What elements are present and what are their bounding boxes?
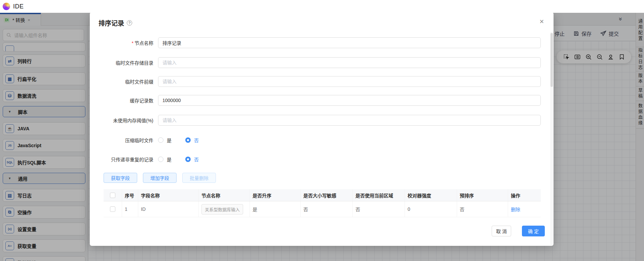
field-unique-only: 只传递非重复的记录 是 否 [104,156,541,163]
col-field-name: 字段名称 [138,189,199,201]
ide-screen: 停止 保存 提交 DI * 转换 × » [0,0,644,261]
radio-no-selected[interactable] [185,157,191,162]
scrollbar-thumb[interactable] [551,33,553,87]
radio-yes[interactable] [158,137,163,143]
field-memory-threshold: 未使用内存阈值(%) [104,115,541,126]
help-icon[interactable]: ? [127,20,132,26]
field-compress-temp: 压缩临时文件 是 否 [104,136,541,144]
table-header-row: 序号 字段名称 节点名称 是否升序 是否大小写敏感 是否使用当前区域 校对器强度… [104,189,541,201]
node-name-input[interactable] [158,37,541,48]
cell-collator-strength[interactable]: 0 [405,201,457,217]
row-checkbox[interactable] [110,206,115,212]
cell-case-sensitive[interactable]: 否 [301,201,353,217]
temp-dir-input[interactable] [158,57,541,68]
dialog-footer: 取 消 确 定 [492,226,545,236]
delete-link[interactable]: 删除 [511,206,520,213]
col-seq: 序号 [122,189,138,201]
select-all-checkbox[interactable] [110,193,115,198]
modal-scrollbar[interactable] [550,32,553,246]
col-use-locale: 是否使用当前区域 [353,189,405,201]
ok-button[interactable]: 确 定 [522,226,545,236]
cell-presorted[interactable]: 否 [457,201,508,217]
col-presorted: 预排序 [457,189,508,201]
batch-delete-button[interactable]: 批量删除 [182,173,216,183]
field-node-name: *节点名称 [104,37,541,48]
col-ascending: 是否升序 [250,189,301,201]
field-actions: 获取字段 增加字段 批量删除 [104,173,216,183]
required-star: * [132,40,134,46]
col-case-sensitive: 是否大小写敏感 [301,189,353,201]
col-node-name: 节点名称 [199,189,250,201]
col-collator-strength: 校对器强度 [405,189,457,201]
dialog-title: 排序记录 ? [99,18,132,27]
add-field-button[interactable]: 增加字段 [143,173,177,183]
app-logo-icon [3,3,10,10]
temp-prefix-input[interactable] [158,76,541,87]
cell-field-name: ID [138,201,199,217]
cache-count-input[interactable] [158,95,541,106]
cell-ascending[interactable]: 是 [250,201,301,217]
col-action: 操作 [508,189,541,201]
sort-records-dialog: 排序记录 ? ✕ *节点名称 临时文件存储目录 临时文件前缀 缓存记录数 未使用… [90,12,554,246]
node-source-tag[interactable]: 关系型数据库输入 [201,204,243,215]
cancel-button[interactable]: 取 消 [492,226,511,236]
field-temp-prefix: 临时文件前缀 [104,76,541,87]
fetch-fields-button[interactable]: 获取字段 [104,173,137,183]
cell-seq: 1 [122,201,138,217]
cell-use-locale[interactable]: 否 [353,201,405,217]
radio-no-selected[interactable] [185,137,191,143]
close-icon[interactable]: ✕ [539,18,544,25]
app-title: IDE [13,3,24,10]
fields-table: 序号 字段名称 节点名称 是否升序 是否大小写敏感 是否使用当前区域 校对器强度… [104,189,541,217]
field-cache-count: 缓存记录数 [104,95,541,106]
field-temp-dir: 临时文件存储目录 [104,57,541,68]
top-bar: IDE [0,0,644,13]
table-row: 1 ID 关系型数据库输入 是 否 否 0 否 删除 [104,201,541,217]
memory-threshold-input[interactable] [158,115,541,126]
radio-yes[interactable] [158,157,163,162]
